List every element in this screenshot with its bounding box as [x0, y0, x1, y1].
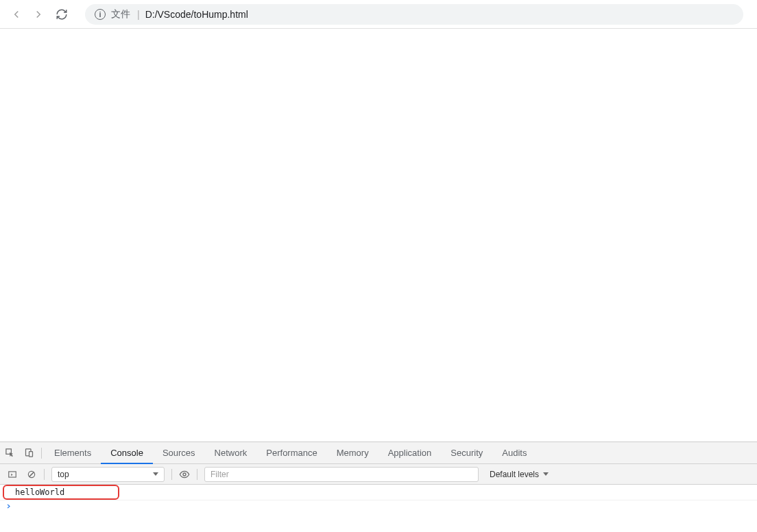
tab-security[interactable]: Security — [441, 442, 492, 463]
tab-elements[interactable]: Elements — [45, 442, 101, 463]
info-icon[interactable]: i — [95, 9, 106, 20]
tab-audits[interactable]: Audits — [492, 442, 536, 463]
svg-line-5 — [29, 472, 34, 476]
address-url: D:/VScode/toHump.html — [145, 9, 248, 20]
tab-performance[interactable]: Performance — [256, 442, 326, 463]
log-levels-label: Default levels — [490, 470, 539, 479]
divider — [197, 469, 197, 480]
chevron-down-icon — [543, 472, 549, 476]
devtools-panel: Elements Console Sources Network Perform… — [0, 442, 757, 532]
tab-application[interactable]: Application — [378, 442, 442, 463]
svg-rect-2 — [29, 452, 32, 457]
tab-network[interactable]: Network — [205, 442, 257, 463]
console-toolbar: top Default levels — [0, 464, 757, 485]
filter-input[interactable] — [204, 467, 479, 482]
address-bar-region: i 文件 | D:/VScode/toHump.html — [85, 4, 752, 25]
reload-button[interactable] — [51, 3, 73, 25]
devtools-tabs: Elements Console Sources Network Perform… — [0, 442, 757, 464]
tab-memory[interactable]: Memory — [327, 442, 378, 463]
page-content — [0, 29, 757, 442]
clear-console-icon[interactable] — [22, 464, 41, 485]
address-scheme: 文件 — [111, 8, 130, 21]
inspect-element-icon[interactable] — [0, 442, 19, 464]
context-selector[interactable]: top — [51, 467, 165, 482]
context-label: top — [58, 470, 69, 479]
device-toggle-icon[interactable] — [19, 442, 38, 464]
log-levels-dropdown[interactable]: Default levels — [485, 470, 553, 479]
svg-rect-3 — [9, 471, 16, 476]
console-log-row: helloWorld — [0, 485, 757, 500]
divider — [171, 469, 172, 480]
chevron-down-icon — [153, 472, 158, 476]
tab-sources[interactable]: Sources — [153, 442, 205, 463]
forward-button[interactable] — [27, 3, 49, 25]
divider — [44, 469, 45, 480]
address-separator: | — [137, 9, 140, 20]
console-body[interactable]: helloWorld — [0, 485, 757, 532]
tab-console[interactable]: Console — [101, 442, 153, 463]
address-bar[interactable]: i 文件 | D:/VScode/toHump.html — [85, 4, 743, 25]
console-prompt[interactable] — [0, 500, 757, 512]
divider — [41, 448, 42, 459]
browser-toolbar: i 文件 | D:/VScode/toHump.html — [0, 0, 757, 29]
toggle-drawer-icon[interactable] — [3, 464, 22, 485]
live-expression-icon[interactable] — [175, 464, 194, 485]
svg-point-6 — [183, 473, 186, 476]
back-button[interactable] — [5, 3, 27, 25]
